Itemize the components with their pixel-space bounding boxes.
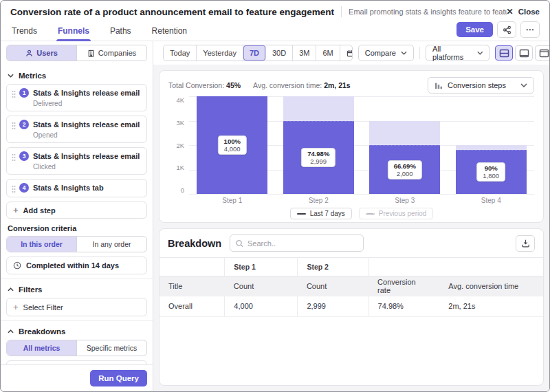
section-metrics[interactable]: Metrics bbox=[6, 68, 147, 84]
chevron-down-icon bbox=[520, 83, 527, 87]
funnel-step-column[interactable]: 74.98%2,999 bbox=[276, 96, 362, 194]
metric-step-event: Delivered bbox=[33, 100, 141, 107]
sidebar-scroll[interactable]: Metrics 1Stats & Insights release emailD… bbox=[1, 65, 153, 364]
drag-handle-icon[interactable] bbox=[10, 120, 18, 130]
chart-view-dropdown[interactable]: Conversion steps bbox=[428, 77, 534, 94]
chart-plot-area: 100%4,00074.98%2,99966.69%2,00090%1,800 bbox=[189, 96, 534, 194]
breakdown-header: Breakdown bbox=[160, 229, 543, 257]
chevron-down-icon bbox=[477, 51, 483, 55]
section-divider bbox=[1, 320, 153, 321]
table-cell: 2m, 21s bbox=[439, 296, 543, 317]
drag-handle-icon[interactable] bbox=[10, 88, 18, 98]
y-tick-label: 1K bbox=[176, 164, 184, 171]
funnel-step-column[interactable]: 90%1,800 bbox=[448, 96, 535, 194]
tab-retention[interactable]: Retention bbox=[151, 26, 188, 41]
date-controls: TodayYesterday7D30D3M6M Compare All plat… bbox=[153, 45, 550, 61]
plus-icon: + bbox=[13, 303, 19, 312]
layout-top-panel-button[interactable] bbox=[535, 45, 550, 61]
share-button[interactable] bbox=[497, 21, 516, 38]
range-3m[interactable]: 3M bbox=[293, 45, 316, 61]
legend-previous-period[interactable]: Previous period bbox=[359, 208, 433, 219]
close-button[interactable]: ✕ Close bbox=[507, 7, 540, 17]
breakdown-metrics-option-all-metrics[interactable]: All metrics bbox=[7, 340, 77, 356]
order-option-in-this-order[interactable]: In this order bbox=[7, 237, 77, 252]
range-yesterday[interactable]: Yesterday bbox=[197, 45, 243, 61]
custom-date-button[interactable] bbox=[340, 45, 353, 61]
metric-step-title: Stats & Insights release email bbox=[33, 89, 140, 97]
drag-handle-icon[interactable] bbox=[10, 183, 18, 193]
step-number-badge: 2 bbox=[19, 120, 29, 129]
layout-split-horizontal-button[interactable] bbox=[495, 45, 513, 61]
step-number-badge: 4 bbox=[19, 183, 29, 193]
breakdown-metrics-option-specific-metrics[interactable]: Specific metrics bbox=[77, 340, 146, 356]
entity-option-companies[interactable]: Companies bbox=[77, 45, 146, 61]
metric-step-body: 4Stats & Insights tab bbox=[19, 183, 141, 193]
column-header-cell: Conversion rate bbox=[368, 276, 439, 296]
download-icon bbox=[521, 239, 530, 248]
query-toolbar: UsersCompanies TodayYesterday7D30D3M6M C… bbox=[1, 41, 549, 65]
x-axis-label: Step 1 bbox=[189, 197, 276, 204]
step-header-cell: Step 1 bbox=[225, 258, 298, 276]
save-button[interactable]: Save bbox=[456, 22, 493, 37]
chart-view-label: Conversion steps bbox=[448, 81, 506, 89]
metrics-title: Metrics bbox=[19, 72, 46, 80]
order-option-in-any-order[interactable]: In any order bbox=[77, 237, 146, 252]
table-step-header-row: Step 1Step 2 bbox=[160, 258, 543, 276]
drag-handle-icon[interactable] bbox=[10, 151, 18, 162]
y-tick-label: 3K bbox=[176, 119, 184, 127]
chevron-up-icon bbox=[8, 287, 14, 292]
range-30d[interactable]: 30D bbox=[266, 45, 293, 61]
share-icon bbox=[503, 25, 512, 34]
tab-paths[interactable]: Paths bbox=[109, 26, 133, 41]
table-column-header-row: TitleCountCountConversion rateAvg. conve… bbox=[160, 276, 543, 296]
range-6m[interactable]: 6M bbox=[316, 45, 340, 61]
breakdown-search-input[interactable] bbox=[248, 239, 358, 248]
metric-step-card[interactable]: 4Stats & Insights tab bbox=[6, 179, 147, 197]
step-header-cell: Step 2 bbox=[298, 258, 368, 276]
run-query-button[interactable]: Run Query bbox=[90, 370, 147, 386]
metric-step-body: 3Stats & Insights release emailClicked bbox=[19, 151, 141, 171]
conversion-window-button[interactable]: Completed within 14 days bbox=[6, 257, 147, 274]
top-panel-icon bbox=[539, 49, 549, 58]
metric-step-line: 3Stats & Insights release email bbox=[19, 151, 141, 161]
bottom-panel-icon bbox=[519, 49, 529, 58]
range-7d[interactable]: 7D bbox=[243, 45, 266, 61]
section-filters[interactable]: Filters bbox=[6, 282, 147, 298]
compare-dropdown[interactable]: Compare bbox=[358, 45, 414, 61]
breakdown-search bbox=[230, 235, 364, 252]
y-tick-label: 4K bbox=[176, 96, 184, 104]
metric-step-title: Stats & Insights tab bbox=[33, 184, 104, 192]
metric-step-card[interactable]: 3Stats & Insights release emailClicked bbox=[6, 147, 147, 175]
more-menu-button[interactable]: ⋯ bbox=[520, 21, 540, 38]
platforms-dropdown[interactable]: All platforms bbox=[426, 45, 490, 61]
table-row[interactable]: Overall4,0002,99974.98%2m, 21s bbox=[160, 296, 543, 317]
close-icon: ✕ bbox=[507, 7, 514, 17]
download-button[interactable] bbox=[516, 235, 535, 252]
metric-step-card[interactable]: 1Stats & Insights release emailDelivered bbox=[6, 84, 147, 111]
layout-bottom-panel-button[interactable] bbox=[515, 45, 533, 61]
x-axis-label: Step 4 bbox=[448, 197, 535, 204]
add-step-button[interactable]: + Add step bbox=[6, 202, 147, 219]
y-tick-label: 0 bbox=[181, 186, 184, 194]
metric-step-card[interactable]: 2Stats & Insights release emailOpened bbox=[6, 116, 147, 143]
bar-columns: 100%4,00074.98%2,99966.69%2,00090%1,800 bbox=[189, 96, 534, 194]
conversion-window-label: Completed within 14 days bbox=[26, 261, 119, 270]
metric-step-title: Stats & Insights release email bbox=[33, 120, 140, 129]
funnel-step-column[interactable]: 66.69%2,000 bbox=[362, 96, 448, 194]
select-filter-button[interactable]: + Select Filter bbox=[6, 298, 147, 316]
bar-value-label: 66.69%2,000 bbox=[388, 160, 422, 179]
header-actions: Save ⋯ bbox=[456, 21, 540, 41]
tab-funnels[interactable]: Funnels bbox=[56, 26, 91, 41]
funnel-step-column[interactable]: 100%4,000 bbox=[189, 96, 276, 194]
tab-trends[interactable]: Trends bbox=[10, 26, 38, 41]
range-today[interactable]: Today bbox=[164, 45, 197, 61]
section-breakdowns[interactable]: Breakdowns bbox=[6, 324, 147, 340]
metric-step-body: 1Stats & Insights release emailDelivered bbox=[19, 88, 141, 107]
x-axis-labels: Step 1Step 2Step 3Step 4 bbox=[189, 194, 534, 206]
legend-last-7-days[interactable]: Last 7 days bbox=[290, 208, 352, 219]
entity-option-users[interactable]: Users bbox=[7, 45, 77, 61]
avg-conversion-time-stat: Avg. conversion time: 2m, 21s bbox=[253, 81, 351, 89]
plus-icon: + bbox=[13, 206, 19, 215]
tab-bar: TrendsFunnelsPathsRetention Save ⋯ bbox=[1, 23, 549, 41]
breakdown-title: Breakdown bbox=[168, 238, 221, 249]
